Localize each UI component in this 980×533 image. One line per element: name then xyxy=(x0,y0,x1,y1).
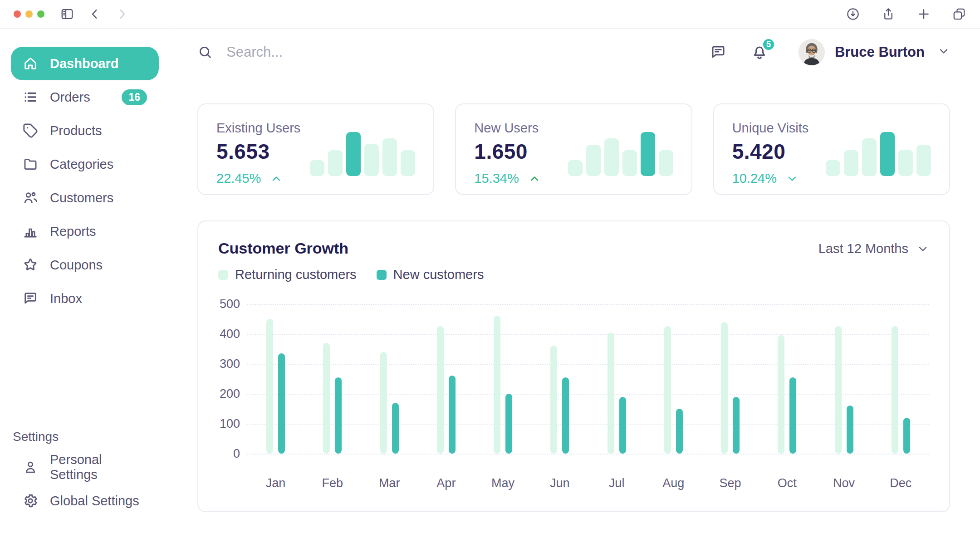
gridline xyxy=(247,454,929,455)
sidebar-item-categories[interactable]: Categories xyxy=(11,147,159,181)
range-selector[interactable]: Last 12 Months xyxy=(818,241,929,256)
legend-item-returning-customers: Returning customers xyxy=(218,267,357,282)
search-icon xyxy=(197,44,213,60)
minimize-button[interactable] xyxy=(25,10,33,18)
close-button[interactable] xyxy=(14,10,21,18)
mini-bar xyxy=(604,138,619,176)
sidebar-item-label: Products xyxy=(50,123,102,138)
mini-bar xyxy=(346,132,361,176)
sidebar-item-label: Coupons xyxy=(50,258,103,273)
bar-new-customers-jun xyxy=(562,377,569,454)
sidebar-item-orders[interactable]: Orders16 xyxy=(11,80,159,114)
sidebar-item-label: Customers xyxy=(50,191,113,205)
mini-bar xyxy=(641,132,655,176)
stat-card-existing-users: Existing Users5.65322.45% xyxy=(197,103,434,195)
y-axis-tick: 500 xyxy=(220,297,240,311)
customer-growth-card: Customer Growth Returning customersNew c… xyxy=(197,220,950,512)
list-icon xyxy=(23,89,38,105)
bar-returning-customers-feb xyxy=(323,343,330,454)
chart-plot-area xyxy=(247,304,929,454)
mini-bar xyxy=(898,150,913,176)
sidebar-item-label: Orders xyxy=(50,90,90,105)
bar-group-oct xyxy=(759,304,815,454)
bar-group-sep xyxy=(702,304,759,454)
stat-card-change-percent: 10.24% xyxy=(732,171,777,186)
legend-label: New customers xyxy=(393,267,484,282)
mini-bar xyxy=(826,160,840,176)
user-avatar[interactable] xyxy=(799,39,825,65)
tabs-button[interactable] xyxy=(952,7,966,21)
chart-title: Customer Growth xyxy=(218,240,484,257)
dashboard-content: Existing Users5.65322.45%New Users1.6501… xyxy=(170,76,980,533)
sidebar-item-customers[interactable]: Customers xyxy=(11,181,159,215)
notifications-button[interactable]: 5 xyxy=(750,43,769,61)
legend-label: Returning customers xyxy=(235,267,357,282)
sidebar-item-label: Personal Settings xyxy=(50,452,147,482)
bar-returning-customers-oct xyxy=(778,335,784,454)
mini-bar xyxy=(844,150,858,176)
user-menu-chevron-down-icon[interactable] xyxy=(937,45,950,59)
trend-down-icon xyxy=(786,172,799,185)
x-axis-label: May xyxy=(475,476,531,490)
y-axis-tick: 0 xyxy=(233,447,240,461)
mini-bar xyxy=(659,150,673,176)
trend-up-icon xyxy=(270,172,283,185)
zoom-button[interactable] xyxy=(37,10,44,18)
bar-group-nov xyxy=(816,304,872,454)
x-axis-label: Dec xyxy=(872,476,929,490)
back-button[interactable] xyxy=(88,7,102,21)
bar-new-customers-nov xyxy=(847,406,853,454)
x-axis-label: Mar xyxy=(361,476,418,490)
gear-icon xyxy=(23,493,38,509)
notification-count-badge: 5 xyxy=(761,37,776,52)
chat-icon xyxy=(23,291,38,306)
share-button[interactable] xyxy=(881,7,896,21)
sidebar-nav: DashboardOrders16ProductsCategoriesCusto… xyxy=(11,47,159,315)
mini-bar xyxy=(568,160,583,176)
bar-returning-customers-sep xyxy=(721,322,728,454)
sidebar-item-global-settings[interactable]: Global Settings xyxy=(11,484,159,518)
sidebar-item-inbox[interactable]: Inbox xyxy=(11,282,159,315)
x-axis-label: Sep xyxy=(702,476,759,490)
bar-new-customers-dec xyxy=(903,418,910,454)
sidebar-item-reports[interactable]: Reports xyxy=(11,215,159,248)
user-name[interactable]: Bruce Burton xyxy=(835,44,925,60)
mini-bar xyxy=(862,138,877,176)
sidebar-item-label: Dashboard xyxy=(50,56,118,71)
sidebar-item-coupons[interactable]: Coupons xyxy=(11,248,159,282)
bar-new-customers-may xyxy=(505,394,512,454)
messages-button[interactable] xyxy=(710,44,727,61)
x-axis-label: Nov xyxy=(816,476,872,490)
bar-returning-customers-nov xyxy=(835,326,842,454)
bar-returning-customers-jun xyxy=(550,346,557,454)
y-axis-tick: 200 xyxy=(220,387,240,401)
stat-card-unique-visits: Unique Visits5.42010.24% xyxy=(713,103,950,195)
download-button[interactable] xyxy=(846,7,860,21)
bar-returning-customers-aug xyxy=(664,326,671,454)
bar-returning-customers-jan xyxy=(266,319,273,454)
sidebar-item-products[interactable]: Products xyxy=(11,114,159,147)
sidebar-toggle-button[interactable] xyxy=(60,7,74,21)
chart-x-axis: JanFebMarAprMayJunJulAugSepOctNovDec xyxy=(247,476,929,490)
x-axis-label: Jul xyxy=(588,476,645,490)
mini-bar-chart xyxy=(310,131,415,176)
mini-bar-chart xyxy=(826,131,931,176)
bar-group-may xyxy=(475,304,531,454)
plus-button[interactable] xyxy=(916,7,931,21)
bar-returning-customers-apr xyxy=(437,326,444,454)
bar-group-aug xyxy=(645,304,702,454)
bar-new-customers-sep xyxy=(733,397,740,454)
home-icon xyxy=(23,56,38,71)
bar-new-customers-aug xyxy=(676,409,683,454)
forward-button[interactable] xyxy=(115,7,129,21)
x-axis-label: Oct xyxy=(759,476,815,490)
sidebar-item-dashboard[interactable]: Dashboard xyxy=(11,47,159,80)
mini-bar xyxy=(382,138,397,176)
search-input[interactable] xyxy=(226,44,499,60)
bar-group-jul xyxy=(588,304,645,454)
y-axis-tick: 400 xyxy=(220,327,240,341)
bar-group-apr xyxy=(418,304,475,454)
sidebar-item-personal-settings[interactable]: Personal Settings xyxy=(11,450,159,484)
sidebar-item-label: Global Settings xyxy=(50,494,139,509)
chart-y-axis: 0100200300400500 xyxy=(218,304,247,454)
